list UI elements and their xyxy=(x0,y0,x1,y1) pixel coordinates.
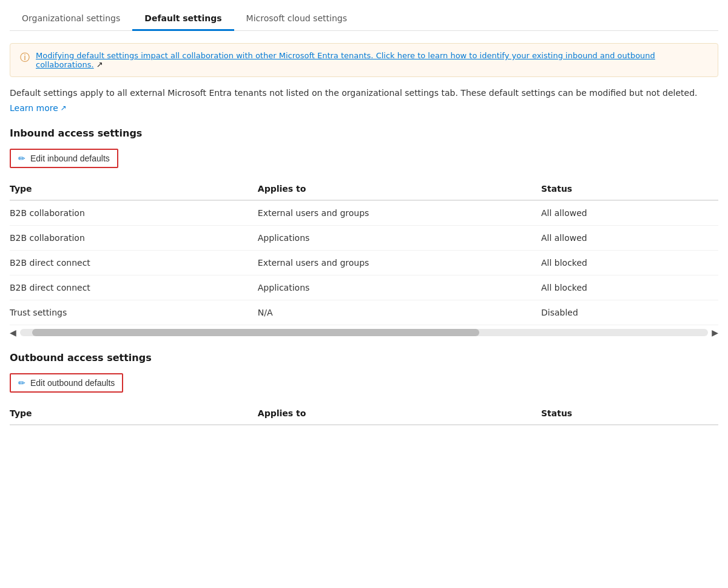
edit-outbound-button[interactable]: ✏ Edit outbound defaults xyxy=(10,373,123,393)
cell-applies_to: External users and groups xyxy=(258,251,541,275)
table-row: Trust settingsN/ADisabled xyxy=(10,300,718,325)
outbound-section-title: Outbound access settings xyxy=(10,352,718,363)
edit-inbound-icon: ✏ xyxy=(18,154,25,163)
inbound-table-container: Type Applies to Status B2B collaboration… xyxy=(10,178,718,325)
cell-type: B2B collaboration xyxy=(10,200,258,226)
inbound-section-title: Inbound access settings xyxy=(10,127,718,139)
cell-status: Disabled xyxy=(541,300,718,325)
cell-status: All allowed xyxy=(541,226,718,251)
table-row: B2B collaborationApplicationsAll allowed xyxy=(10,226,718,251)
page-content: ⓘ Modifying default settings impact all … xyxy=(10,31,718,438)
table-row: B2B collaborationExternal users and grou… xyxy=(10,200,718,226)
edit-inbound-button[interactable]: ✏ Edit inbound defaults xyxy=(10,149,118,168)
col-type: Type xyxy=(10,178,258,200)
out-col-type: Type xyxy=(10,402,258,425)
scroll-track[interactable] xyxy=(20,329,708,336)
out-col-applies-to: Applies to xyxy=(258,402,541,425)
inbound-table-header: Type Applies to Status xyxy=(10,178,718,200)
inbound-scrollbar[interactable]: ◀ ▶ xyxy=(10,328,718,337)
tab-microsoft-cloud-settings[interactable]: Microsoft cloud settings xyxy=(234,7,359,31)
cell-type: Trust settings xyxy=(10,300,258,325)
cell-applies_to: External users and groups xyxy=(258,200,541,226)
warning-icon: ⓘ xyxy=(20,52,30,64)
cell-applies_to: Applications xyxy=(258,226,541,251)
cell-applies_to: Applications xyxy=(258,275,541,300)
learn-more-link[interactable]: Learn more ↗ xyxy=(10,103,67,113)
edit-inbound-label: Edit inbound defaults xyxy=(30,154,110,163)
warning-external-icon: ↗ xyxy=(96,60,103,69)
learn-more-external-icon: ↗ xyxy=(61,104,67,112)
cell-applies_to: N/A xyxy=(258,300,541,325)
col-status: Status xyxy=(541,178,718,200)
scroll-thumb xyxy=(32,329,479,336)
outbound-table-container: Type Applies to Status xyxy=(10,402,718,425)
tab-default-settings[interactable]: Default settings xyxy=(132,7,234,31)
cell-status: All blocked xyxy=(541,251,718,275)
col-applies-to: Applies to xyxy=(258,178,541,200)
outbound-table: Type Applies to Status xyxy=(10,402,718,425)
cell-type: B2B collaboration xyxy=(10,226,258,251)
cell-status: All allowed xyxy=(541,200,718,226)
outbound-table-header: Type Applies to Status xyxy=(10,402,718,425)
scroll-left-arrow[interactable]: ◀ xyxy=(10,328,16,337)
warning-link[interactable]: Modifying default settings impact all co… xyxy=(36,51,655,69)
inbound-table-body: B2B collaborationExternal users and grou… xyxy=(10,200,718,325)
table-row: B2B direct connectExternal users and gro… xyxy=(10,251,718,275)
inbound-table: Type Applies to Status B2B collaboration… xyxy=(10,178,718,325)
page-description: Default settings apply to all external M… xyxy=(10,87,718,100)
tab-organizational-settings[interactable]: Organizational settings xyxy=(10,7,132,31)
scroll-right-arrow[interactable]: ▶ xyxy=(712,328,718,337)
cell-type: B2B direct connect xyxy=(10,275,258,300)
edit-outbound-label: Edit outbound defaults xyxy=(30,378,115,388)
cell-type: B2B direct connect xyxy=(10,251,258,275)
edit-outbound-icon: ✏ xyxy=(18,378,25,388)
table-row: B2B direct connectApplicationsAll blocke… xyxy=(10,275,718,300)
tabs-nav: Organizational settings Default settings… xyxy=(10,0,718,31)
out-col-status: Status xyxy=(541,402,718,425)
warning-banner: ⓘ Modifying default settings impact all … xyxy=(10,43,718,77)
cell-status: All blocked xyxy=(541,275,718,300)
